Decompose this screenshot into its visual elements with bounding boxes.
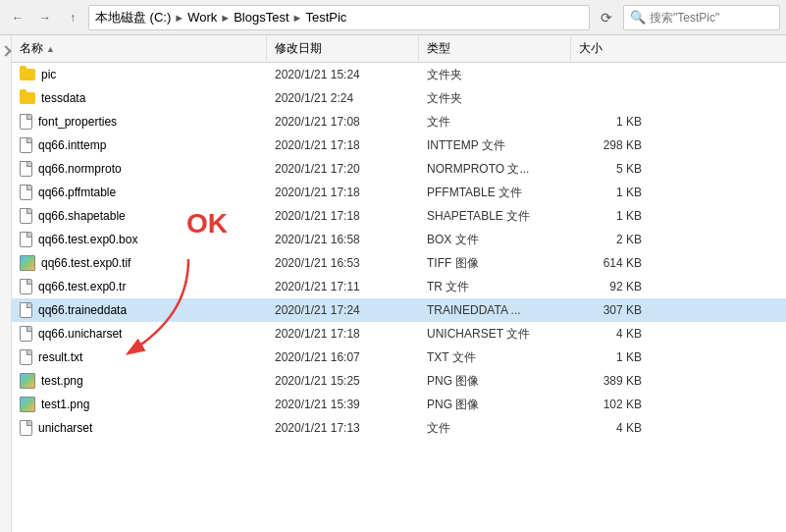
breadcrumb-blogstest[interactable]: BlogsTest <box>234 10 288 25</box>
image-icon <box>20 255 35 271</box>
table-row[interactable]: qq66.test.exp0.tif2020/1/21 16:53TIFF 图像… <box>12 251 786 275</box>
file-type: PFFMTABLE 文件 <box>419 181 571 204</box>
file-type: INTTEMP 文件 <box>419 133 571 157</box>
file-size: 1 KB <box>571 181 650 204</box>
file-icon <box>20 161 32 177</box>
breadcrumb[interactable]: 本地磁盘 (C:) ► Work ► BlogsTest ► TestPic <box>88 5 590 30</box>
file-date: 2020/1/21 15:39 <box>267 393 419 416</box>
table-row[interactable]: tessdata2020/1/21 2:24文件夹 <box>12 86 786 110</box>
file-name: qq66.test.exp0.tif <box>41 256 131 270</box>
file-name: unicharset <box>38 421 92 435</box>
file-date: 2020/1/21 17:11 <box>267 275 419 298</box>
file-area: 名称 ▲ 修改日期 类型 大小 pic2020/1/21 15:24文件夹tes… <box>12 35 786 532</box>
file-icon <box>20 232 32 247</box>
col-header-name[interactable]: 名称 ▲ <box>12 35 267 62</box>
file-name: pic <box>41 68 56 81</box>
file-icon <box>20 185 32 200</box>
file-date: 2020/1/21 15:24 <box>267 63 419 86</box>
file-name: font_properties <box>38 115 117 129</box>
file-icon <box>20 208 32 224</box>
file-size: 298 KB <box>571 133 650 157</box>
file-date: 2020/1/21 17:18 <box>267 181 419 204</box>
sidebar-toggle[interactable] <box>0 45 11 56</box>
file-name: qq66.test.exp0.tr <box>38 280 126 293</box>
table-row[interactable]: qq66.unicharset2020/1/21 17:18UNICHARSET… <box>12 322 786 346</box>
file-date: 2020/1/21 17:20 <box>267 157 419 181</box>
file-date: 2020/1/21 17:18 <box>267 322 419 346</box>
sidebar <box>0 35 12 532</box>
search-box[interactable]: 🔍 <box>623 5 780 30</box>
table-row[interactable]: qq66.test.exp0.tr2020/1/21 17:11TR 文件92 … <box>12 275 786 298</box>
file-type: 文件夹 <box>419 63 571 86</box>
file-name: test1.png <box>41 398 89 411</box>
table-row[interactable]: unicharset2020/1/21 17:13文件4 KB <box>12 416 786 440</box>
file-date: 2020/1/21 16:53 <box>267 251 419 275</box>
breadcrumb-local[interactable]: 本地磁盘 (C:) <box>95 9 171 27</box>
file-size: 92 KB <box>571 275 650 298</box>
table-row[interactable]: qq66.traineddata2020/1/21 17:24TRAINEDDA… <box>12 298 786 322</box>
table-row[interactable]: qq66.shapetable2020/1/21 17:18SHAPETABLE… <box>12 204 786 228</box>
file-date: 2020/1/21 17:13 <box>267 416 419 440</box>
table-row[interactable]: qq66.test.exp0.box2020/1/21 16:58BOX 文件2… <box>12 228 786 251</box>
file-date: 2020/1/21 2:24 <box>267 86 419 110</box>
file-size: 1 KB <box>571 110 650 133</box>
file-type: SHAPETABLE 文件 <box>419 204 571 228</box>
file-type: PNG 图像 <box>419 393 571 416</box>
table-row[interactable]: qq66.normproto2020/1/21 17:20NORMPROTO 文… <box>12 157 786 181</box>
file-size: 5 KB <box>571 157 650 181</box>
table-row[interactable]: qq66.pffmtable2020/1/21 17:18PFFMTABLE 文… <box>12 181 786 204</box>
file-name: qq66.normproto <box>38 162 122 176</box>
image-icon <box>20 373 35 389</box>
col-header-type[interactable]: 类型 <box>419 35 571 62</box>
table-row[interactable]: test1.png2020/1/21 15:39PNG 图像102 KB <box>12 393 786 416</box>
sort-arrow-name: ▲ <box>46 44 55 54</box>
file-size <box>571 86 650 110</box>
col-header-date[interactable]: 修改日期 <box>267 35 419 62</box>
file-size <box>571 63 650 86</box>
file-date: 2020/1/21 16:07 <box>267 346 419 369</box>
up-button[interactable]: ↑ <box>61 6 84 29</box>
file-size: 4 KB <box>571 416 650 440</box>
file-name: result.txt <box>38 350 82 364</box>
file-type: TR 文件 <box>419 275 571 298</box>
file-size: 389 KB <box>571 369 650 393</box>
file-icon <box>20 302 32 318</box>
file-name: test.png <box>41 374 83 388</box>
file-date: 2020/1/21 15:25 <box>267 369 419 393</box>
file-type: TXT 文件 <box>419 346 571 369</box>
table-row[interactable]: qq66.inttemp2020/1/21 17:18INTTEMP 文件298… <box>12 133 786 157</box>
file-type: 文件 <box>419 416 571 440</box>
file-name: qq66.unicharset <box>38 327 122 341</box>
file-size: 1 KB <box>571 204 650 228</box>
main-area: 名称 ▲ 修改日期 类型 大小 pic2020/1/21 15:24文件夹tes… <box>0 35 786 532</box>
table-row[interactable]: pic2020/1/21 15:24文件夹 <box>12 63 786 86</box>
address-bar: ← → ↑ 本地磁盘 (C:) ► Work ► BlogsTest ► Tes… <box>0 0 786 35</box>
file-type: TRAINEDDATA ... <box>419 298 571 322</box>
file-size: 4 KB <box>571 322 650 346</box>
file-type: BOX 文件 <box>419 228 571 251</box>
image-icon <box>20 397 35 412</box>
file-icon <box>20 114 32 130</box>
forward-button[interactable]: → <box>33 6 57 29</box>
file-icon <box>20 349 32 365</box>
breadcrumb-work[interactable]: Work <box>187 10 217 25</box>
table-row[interactable]: result.txt2020/1/21 16:07TXT 文件1 KB <box>12 346 786 369</box>
file-date: 2020/1/21 17:24 <box>267 298 419 322</box>
column-headers: 名称 ▲ 修改日期 类型 大小 <box>12 35 786 63</box>
refresh-button[interactable]: ⟳ <box>594 5 619 30</box>
table-row[interactable]: test.png2020/1/21 15:25PNG 图像389 KB <box>12 369 786 393</box>
file-date: 2020/1/21 17:18 <box>267 133 419 157</box>
col-header-size[interactable]: 大小 <box>571 35 650 62</box>
file-icon <box>20 137 32 153</box>
file-size: 614 KB <box>571 251 650 275</box>
file-name: qq66.pffmtable <box>38 186 116 199</box>
breadcrumb-testpic[interactable]: TestPic <box>305 10 346 25</box>
file-name: qq66.traineddata <box>38 303 127 317</box>
back-button[interactable]: ← <box>6 6 29 29</box>
file-date: 2020/1/21 17:08 <box>267 110 419 133</box>
table-row[interactable]: font_properties2020/1/21 17:08文件1 KB <box>12 110 786 133</box>
file-name: qq66.shapetable <box>38 209 126 223</box>
search-input[interactable] <box>650 11 767 25</box>
file-size: 2 KB <box>571 228 650 251</box>
file-name: tessdata <box>41 91 85 105</box>
